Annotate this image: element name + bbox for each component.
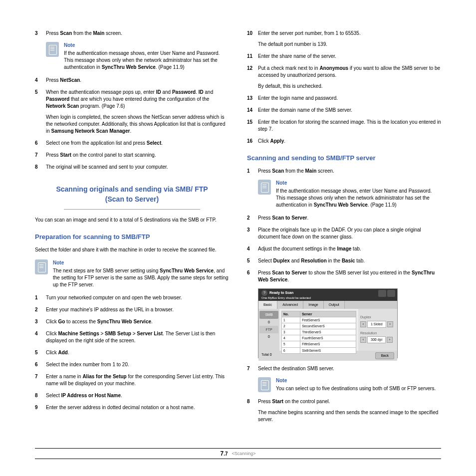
prep-10: 10Enter the server port number, from 1 t… <box>247 30 441 48</box>
prep-12: 12Put a check mark next to in Anonymous … <box>247 65 441 90</box>
subtitle-scan-send: Scanning and sending to SMB/FTP server <box>247 154 441 163</box>
server-table: No.Server 1FirstServerS 2SecondServerS 3… <box>281 311 356 354</box>
prep-15: 15Enter the location for storing the sca… <box>247 119 441 133</box>
prep-16: 16Click Apply. <box>247 138 441 145</box>
intro-smb-ftp: You can scan an image and send it to a t… <box>35 217 229 224</box>
scan-5: 5Select Duplex and Resolution in the Bas… <box>247 257 441 264</box>
page-footer: 7.7 <Scanning> <box>35 448 441 459</box>
prep-1: 1Turn your networked computer on and ope… <box>35 294 229 301</box>
step-4: 4 Press NetScan. <box>35 77 229 84</box>
note-icon <box>35 259 48 274</box>
note-icon <box>46 42 59 57</box>
scan-3: 3Place the originals face up in the DADF… <box>247 227 441 240</box>
prep-11: 11Enter the share name of the server. <box>247 53 441 60</box>
note-title: Note <box>64 42 229 49</box>
step-3: 3 Press Scan from the Main screen. <box>35 30 229 37</box>
prep-4: 4Click Machine Settings > SMB Setup > Se… <box>35 330 229 344</box>
scan-7: 7Select the destination SMB server. <box>247 365 441 372</box>
note-auth-2: Note If the authentication message shows… <box>258 180 441 209</box>
prep-3: 3Click Go to access the SyncThru Web Ser… <box>35 318 229 325</box>
scan-8: 8Press Start on the control panel.The ma… <box>247 398 441 423</box>
prep-7: 7Enter a name in Alias for the Setup for… <box>35 373 229 387</box>
scan-1: 1Press Scan from the Main screen. <box>247 168 441 175</box>
page-columns: 3 Press Scan from the Main screen. Note … <box>35 30 441 428</box>
scan-2: 2Press Scan to Server. <box>247 215 441 222</box>
note-icon <box>258 377 271 392</box>
prep-6: 6Select the index number from 1 to 20. <box>35 361 229 368</box>
right-column: 10Enter the server port number, from 1 t… <box>247 30 441 428</box>
intro-prep: Select the folder and share it with the … <box>35 246 229 253</box>
scan-4: 4Adjust the document settings in the Ima… <box>247 245 441 252</box>
note-auth-1: Note If the authentication message shows… <box>46 42 229 71</box>
scan-6: 6Press Scan to Server to show the SMB se… <box>247 269 441 283</box>
prep-9: 9Enter the server address in dotted deci… <box>35 404 229 411</box>
step-7: 7Press Start on the control panel to sta… <box>35 152 229 159</box>
note-five-dest: Note You can select up to five destinati… <box>258 377 441 392</box>
prep-13: 13Enter the login name and password. <box>247 95 441 102</box>
left-column: 3 Press Scan from the Main screen. Note … <box>35 30 229 428</box>
prep-2: 2Enter your machine's IP address as the … <box>35 306 229 313</box>
section-title-scan-server: Scanning originals and sending via SMB/ … <box>35 185 229 207</box>
device-screenshot: ?Ready to Scan One MyBox Entry should be… <box>258 288 398 358</box>
step-8: 8The original will be scanned and sent t… <box>35 164 229 171</box>
prep-14: 14Enter the domain name of the SMB serve… <box>247 107 441 114</box>
prep-5: 5Click Add. <box>35 349 229 356</box>
prep-8: 8Select IP Address or Host Name. <box>35 392 229 399</box>
note-icon <box>258 180 271 195</box>
step-6: 6Select one from the application list an… <box>35 140 229 147</box>
subtitle-preparation: Preparation for scanning to SMB/FTP <box>35 233 229 241</box>
step-5: 5 When the authentication message pops u… <box>35 89 229 135</box>
note-smb-steps: Note The next steps are for SMB server s… <box>35 259 229 288</box>
